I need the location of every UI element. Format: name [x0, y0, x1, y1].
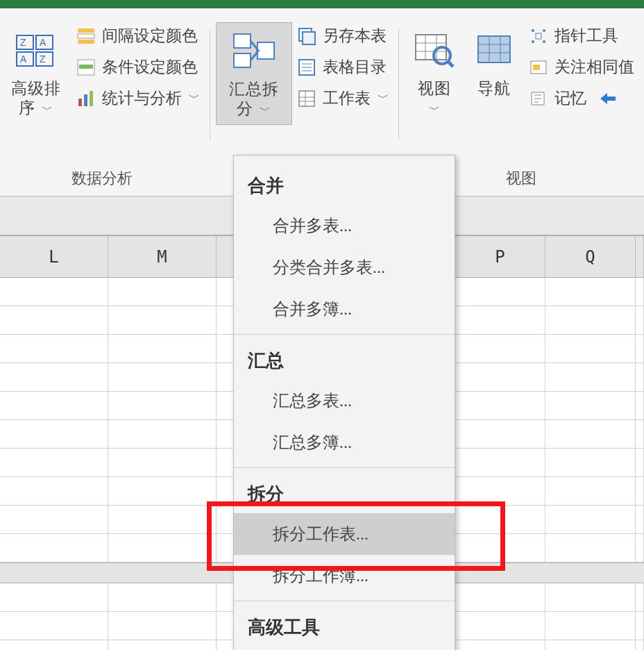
grid-cell[interactable]	[545, 477, 636, 505]
col-header-Q[interactable]: Q	[545, 236, 636, 277]
grid-cell[interactable]	[545, 306, 636, 334]
grid-cell[interactable]	[455, 420, 545, 448]
grid-cell[interactable]	[545, 420, 636, 448]
grid-cell[interactable]	[455, 306, 545, 334]
grid-cell[interactable]	[455, 640, 545, 650]
grid-cell[interactable]	[636, 612, 644, 640]
grid-cell[interactable]	[636, 477, 644, 505]
grid-cell[interactable]	[108, 612, 217, 640]
grid-cell[interactable]	[108, 335, 217, 362]
grid-cell[interactable]	[108, 534, 217, 562]
grid-cell[interactable]	[545, 506, 636, 533]
grid-cell[interactable]	[636, 534, 644, 562]
col-header-edge[interactable]	[636, 236, 644, 277]
grid-cell[interactable]	[0, 534, 108, 562]
grid-cell[interactable]	[108, 420, 217, 448]
worksheet-label: 工作表	[323, 88, 371, 109]
ribbon-group-data-analysis: Z A A Z 高级排序 ﹀ 间隔设定颜色	[0, 22, 210, 161]
conditional-color-button[interactable]: 条件设定颜色	[76, 56, 200, 78]
grid-cell[interactable]	[636, 278, 644, 306]
dd-merge-tables[interactable]: 合并多表...	[234, 205, 455, 247]
dd-split-workbook[interactable]: 拆分工作簿...	[234, 555, 455, 597]
pointer-tool-button[interactable]: 指针工具	[528, 25, 634, 47]
col-header-L[interactable]: L	[0, 236, 108, 277]
grid-cell[interactable]	[636, 363, 644, 391]
grid-cell[interactable]	[108, 477, 217, 505]
grid-cell[interactable]	[108, 392, 217, 419]
grid-cell[interactable]	[0, 278, 108, 306]
stats-label: 统计与分析	[102, 88, 182, 109]
dd-category-merge[interactable]: 分类合并多表...	[234, 247, 455, 288]
grid-cell[interactable]	[108, 449, 217, 476]
stats-icon	[76, 88, 96, 109]
summary-split-button[interactable]: 汇总拆分 ﹀	[216, 22, 292, 125]
grid-cell[interactable]	[636, 420, 644, 448]
grid-cell[interactable]	[636, 335, 644, 362]
grid-cell[interactable]	[0, 583, 108, 611]
grid-cell[interactable]	[545, 392, 636, 419]
grid-cell[interactable]	[545, 335, 636, 362]
grid-cell[interactable]	[636, 640, 644, 650]
grid-cell[interactable]	[545, 583, 636, 611]
grid-cell[interactable]	[0, 612, 108, 640]
grid-cell[interactable]	[0, 306, 108, 334]
grid-cell[interactable]	[455, 363, 545, 391]
grid-cell[interactable]	[108, 306, 217, 334]
grid-cell[interactable]	[455, 449, 545, 476]
col-header-P[interactable]: P	[455, 236, 545, 277]
grid-cell[interactable]	[636, 506, 644, 533]
grid-cell[interactable]	[108, 583, 217, 611]
grid-cell[interactable]	[545, 612, 636, 640]
grid-cell[interactable]	[108, 506, 217, 533]
grid-cell[interactable]	[0, 392, 108, 419]
dd-summary-workbooks[interactable]: 汇总多簿...	[234, 422, 455, 463]
grid-cell[interactable]	[545, 363, 636, 391]
grid-cell[interactable]	[455, 392, 545, 419]
grid-cell[interactable]	[455, 506, 545, 533]
grid-cell[interactable]	[455, 278, 545, 306]
grid-cell[interactable]	[0, 640, 108, 650]
grid-cell[interactable]	[0, 420, 108, 448]
view-button[interactable]: 视图﹀	[405, 22, 464, 124]
dd-split-worksheet[interactable]: 拆分工作表...	[234, 513, 455, 555]
grid-cell[interactable]	[545, 449, 636, 476]
grid-cell[interactable]	[545, 278, 636, 306]
grid-cell[interactable]	[545, 534, 636, 562]
interval-color-button[interactable]: 间隔设定颜色	[76, 25, 200, 47]
dd-summary-tables[interactable]: 汇总多表...	[234, 380, 455, 422]
worksheet-button[interactable]: 工作表 ﹀	[296, 88, 389, 109]
grid-cell[interactable]	[0, 335, 108, 362]
grid-cell[interactable]	[455, 583, 545, 611]
grid-cell[interactable]	[0, 449, 108, 476]
grid-cell[interactable]	[455, 534, 545, 562]
advanced-sort-button[interactable]: Z A A Z 高级排序 ﹀	[0, 22, 71, 124]
grid-cell[interactable]	[636, 392, 644, 419]
col-header-M[interactable]: M	[108, 236, 217, 277]
grid-cell[interactable]	[0, 506, 108, 533]
grid-cell[interactable]	[636, 583, 644, 611]
grid-cell[interactable]	[0, 477, 108, 505]
grid-cell[interactable]	[455, 335, 545, 362]
grid-cell[interactable]	[108, 640, 217, 650]
save-copy-button[interactable]: 另存本表	[296, 25, 389, 47]
grid-cell[interactable]	[108, 363, 217, 391]
grid-cell[interactable]	[636, 306, 644, 334]
grid-cell[interactable]	[108, 278, 217, 306]
dd-section-merge: 合并	[234, 164, 455, 205]
grid-cell[interactable]	[455, 612, 545, 640]
group-label-view: 视图	[506, 168, 536, 189]
grid-cell[interactable]	[0, 363, 108, 391]
navigation-button[interactable]: 导航	[464, 22, 524, 103]
grid-cell[interactable]	[545, 640, 636, 650]
group-label-data-analysis: 数据分析	[71, 168, 133, 189]
memory-icon	[528, 88, 549, 109]
dd-merge-workbooks[interactable]: 合并多簿...	[234, 288, 455, 330]
grid-cell[interactable]	[455, 477, 545, 505]
table-toc-button[interactable]: 表格目录	[296, 56, 389, 78]
grid-cell[interactable]	[636, 449, 644, 476]
memory-button[interactable]: 记忆	[528, 88, 634, 109]
svg-point-45	[543, 40, 545, 43]
stats-analysis-button[interactable]: 统计与分析 ﹀	[76, 88, 200, 109]
chevron-down-icon: ﹀	[189, 91, 200, 106]
follow-same-button[interactable]: 关注相同值	[528, 56, 634, 78]
